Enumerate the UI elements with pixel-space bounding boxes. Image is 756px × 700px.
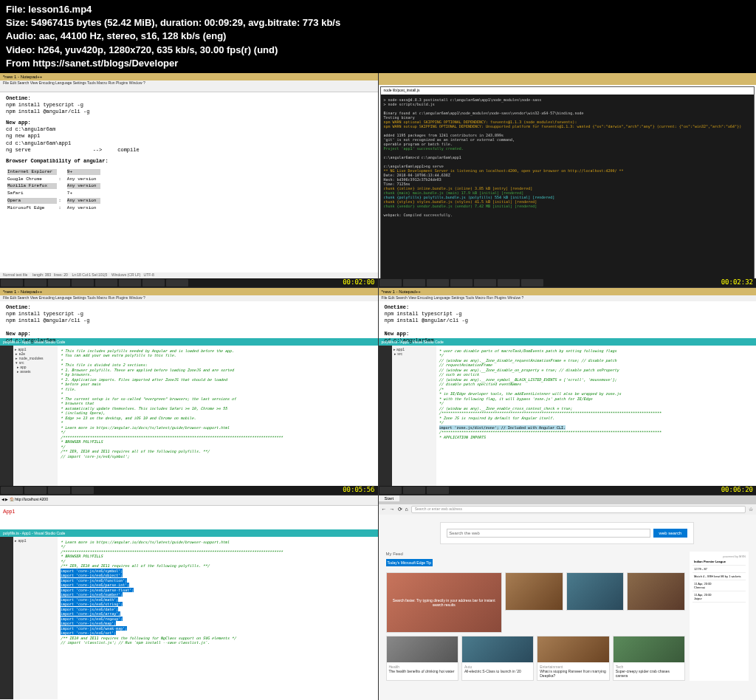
- toolbar[interactable]: [0, 86, 378, 92]
- timestamp: 00:06:20: [721, 486, 753, 493]
- frame-3-vscode: *new 1 - Notepad++ File Edit Search View…: [0, 288, 378, 495]
- frame-6-edge: Start ← → ⟳ ⌂ Search or enter web addres…: [379, 495, 757, 700]
- file-explorer[interactable]: ▸ app1: [13, 537, 58, 699]
- address-bar[interactable]: Search or enter web address: [411, 506, 746, 513]
- forward-icon[interactable]: →: [390, 507, 395, 512]
- feed-card[interactable]: [505, 572, 563, 611]
- browser-compat-table: Internet Explorer9+ Google Chrome:Any ve…: [6, 168, 102, 213]
- taskbar[interactable]: [379, 486, 757, 495]
- file-explorer[interactable]: ▸ app1 ▸ e2e ▸ node_modules ▾ src ▸ app …: [13, 346, 58, 486]
- status-bar: Normal text file length: 383 lines: 20 L…: [0, 272, 378, 278]
- feed-card[interactable]: [566, 572, 625, 611]
- news-card[interactable]: EntertainmentWhat is stopping Ranveer fr…: [537, 636, 609, 681]
- home-icon[interactable]: ⌂: [405, 507, 408, 512]
- activity-bar[interactable]: [379, 346, 392, 486]
- code-editor[interactable]: * This file includes polyfills needed by…: [58, 346, 378, 486]
- search-button[interactable]: web search: [653, 529, 688, 538]
- news-card[interactable]: AutoAll-electric S-Class to launch in '2…: [461, 636, 534, 681]
- timestamp: 00:02:32: [721, 278, 753, 286]
- timestamp: 00:02:00: [343, 278, 374, 286]
- taskbar[interactable]: [0, 486, 378, 495]
- window-title: *new 1 - Notepad++: [0, 73, 378, 80]
- taskbar[interactable]: [379, 278, 757, 287]
- activity-bar[interactable]: [0, 346, 13, 486]
- back-icon[interactable]: ←: [382, 507, 387, 512]
- search-input[interactable]: [447, 529, 650, 538]
- vscode-title: polyfills.ts - App1 - Visual Studio Code: [0, 338, 378, 346]
- star-icon[interactable]: ☆: [749, 507, 753, 512]
- file-explorer[interactable]: ▸ app1 ▸ src: [392, 346, 436, 486]
- taskbar[interactable]: [0, 278, 378, 287]
- browser-tabs[interactable]: Start: [379, 495, 757, 504]
- feed-card[interactable]: Search faster. Try typing directly in yo…: [386, 572, 502, 633]
- frame-1-notepad: *new 1 - Notepad++ File Edit Search View…: [0, 73, 378, 287]
- frame-5-vscode: ◀ ▶ 🏠 http://localhost:4200 App1 polyfil…: [0, 495, 378, 700]
- search-box: web search: [440, 522, 694, 544]
- code-editor[interactable]: * Learn more in https://angular.io/docs/…: [58, 537, 378, 699]
- feed-card[interactable]: [627, 572, 685, 611]
- timestamp: 00:05:56: [343, 486, 374, 493]
- activity-bar[interactable]: [0, 537, 13, 699]
- scores-sidebar: powered by MSN Indian Premier League 127…: [690, 552, 749, 681]
- refresh-icon[interactable]: ⟳: [398, 507, 402, 512]
- editor-content[interactable]: Onetime: npm install typescript -g npm i…: [0, 92, 378, 220]
- menu-bar[interactable]: File Edit Search View Encoding Language …: [0, 80, 378, 86]
- terminal-output[interactable]: > node-sass@4.8.3 postinstall c:\angular…: [381, 95, 755, 286]
- browser-toolbar[interactable]: ← → ⟳ ⌂ Search or enter web address ☆: [379, 504, 757, 515]
- news-card[interactable]: TechSuper-creepy spider crab chases came…: [613, 636, 685, 681]
- frame-4-vscode: *new 1 - Notepad++ File Edit Search View…: [379, 288, 757, 495]
- video-metadata-header: File: lesson16.mp4 Size: 54967415 bytes …: [0, 0, 756, 73]
- frame-2-notepad-terminal: node lib/post_install.js > node-sass@4.8…: [379, 73, 757, 287]
- news-card[interactable]: HealthThe health benefits of drinking ho…: [386, 636, 458, 681]
- code-editor[interactable]: * user can disable parts of macroTask/Do…: [436, 346, 757, 486]
